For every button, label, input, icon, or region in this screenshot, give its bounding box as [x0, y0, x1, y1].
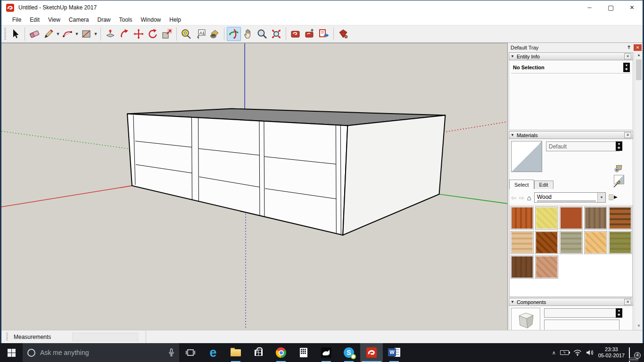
pin-icon[interactable]: 🕇	[626, 44, 632, 50]
material-swatch-5[interactable]	[609, 206, 632, 230]
details-toggle-icon[interactable]: ▼✚	[616, 308, 622, 318]
menu-tools[interactable]: Tools	[115, 16, 137, 24]
tool-line[interactable]	[41, 27, 56, 41]
scroll-up-icon[interactable]: ▲	[635, 53, 643, 57]
action-center-button[interactable]: 4	[629, 349, 638, 357]
taskbar-app-word[interactable]: W	[383, 343, 405, 362]
tool-follow-me[interactable]	[117, 27, 132, 41]
taskbar-app-skype[interactable]: S	[338, 343, 360, 362]
tab-select[interactable]: Select	[509, 180, 534, 189]
tool-share-model[interactable]	[303, 27, 317, 41]
material-swatch-9[interactable]	[584, 231, 607, 254]
tool-zoom[interactable]	[255, 27, 269, 41]
wifi-icon[interactable]	[573, 349, 582, 356]
tool-arc[interactable]	[60, 27, 74, 41]
taskbar-app-file-explorer[interactable]	[224, 343, 247, 362]
component-description-field[interactable]	[544, 320, 619, 330]
taskbar-app-rhino[interactable]	[315, 343, 338, 362]
material-swatch-3[interactable]	[560, 206, 583, 230]
line-dropdown-arrow[interactable]: ▼	[56, 32, 60, 36]
materials-header[interactable]: ▼ Materials ✕	[509, 131, 633, 139]
menu-edit[interactable]: Edit	[25, 16, 44, 24]
toolbar-grip[interactable]	[4, 28, 6, 40]
scroll-down-icon[interactable]: ▾	[635, 323, 643, 328]
menu-draw[interactable]: Draw	[93, 16, 115, 24]
menu-camera[interactable]: Camera	[65, 16, 93, 24]
taskbar-clock[interactable]: 23:33 05-02-2017	[598, 346, 625, 359]
tool-rotate[interactable]	[146, 27, 160, 41]
tool-rectangle[interactable]	[79, 27, 93, 41]
tool-extension-warehouse[interactable]	[336, 27, 350, 41]
details-toggle-icon[interactable]: ▼✚	[623, 63, 630, 72]
tool-select[interactable]	[8, 27, 22, 41]
component-name-field[interactable]	[544, 308, 619, 318]
material-name-field[interactable]	[546, 141, 619, 151]
scrollbar-thumb[interactable]	[636, 59, 642, 80]
tool-push-pull[interactable]	[103, 27, 117, 41]
cortana-search-box[interactable]: Ask me anything	[23, 343, 179, 362]
details-arrow-button[interactable]	[609, 193, 618, 202]
entity-info-header[interactable]: ▼ Entity Info ✕	[509, 52, 633, 60]
dropdown-arrow-icon[interactable]: ▼	[597, 193, 605, 202]
taskbar-app-calculator[interactable]	[292, 343, 315, 362]
tool-orbit[interactable]	[227, 27, 241, 41]
material-swatch-8[interactable]	[560, 231, 583, 254]
tool-scale[interactable]	[160, 27, 174, 41]
task-view-button[interactable]	[179, 343, 202, 362]
tool-eraser[interactable]	[27, 27, 41, 41]
tool-zoom-extents[interactable]	[269, 27, 283, 41]
taskbar-app-chrome[interactable]	[270, 343, 292, 362]
tool-3d-warehouse[interactable]	[289, 27, 303, 41]
volume-icon[interactable]	[586, 349, 594, 356]
material-swatch-6[interactable]	[511, 231, 534, 254]
back-arrow-icon[interactable]: ⇦	[511, 194, 516, 201]
battery-icon[interactable]: ϟ	[560, 350, 569, 355]
material-swatch-12[interactable]	[535, 255, 558, 279]
microphone-icon[interactable]	[168, 348, 174, 357]
collapse-icon[interactable]: ▼	[511, 133, 514, 137]
menu-window[interactable]: Window	[137, 16, 165, 24]
maximize-button[interactable]: ▢	[600, 0, 621, 15]
menu-file[interactable]: File	[8, 16, 25, 24]
tool-move[interactable]	[132, 27, 146, 41]
tool-paint-bucket[interactable]	[207, 27, 222, 41]
drawing-canvas[interactable]	[1, 43, 507, 330]
start-button[interactable]	[0, 343, 23, 362]
collapse-icon[interactable]: ▼	[511, 54, 514, 58]
home-icon[interactable]: ⌂	[527, 194, 531, 202]
measurements-value-box[interactable]	[72, 333, 138, 341]
create-material-button[interactable]	[614, 163, 624, 173]
tool-text[interactable]: A1	[193, 27, 207, 41]
material-swatch-1[interactable]	[511, 206, 534, 230]
tray-close-button[interactable]: ✕	[634, 44, 642, 51]
forward-arrow-icon[interactable]: ⇨	[519, 194, 524, 201]
components-header[interactable]: ▼ Components ✕	[509, 298, 633, 306]
cabinet-model[interactable]	[127, 109, 445, 235]
material-swatch-2[interactable]	[535, 206, 558, 230]
arc-dropdown-arrow[interactable]: ▼	[74, 32, 79, 36]
close-button[interactable]: ✕	[621, 0, 643, 15]
material-swatch-10[interactable]	[609, 231, 632, 254]
menu-help[interactable]: Help	[165, 16, 185, 24]
details-toggle-icon[interactable]: ▼✚	[616, 141, 622, 151]
title-bar[interactable]: Untitled - SketchUp Make 2017 ─ ▢ ✕	[1, 0, 643, 15]
material-swatch-7[interactable]	[535, 231, 558, 254]
collapse-icon[interactable]: ▼	[511, 300, 514, 304]
tool-pan[interactable]	[241, 27, 255, 41]
materials-close-button[interactable]: ✕	[624, 132, 631, 138]
collection-dropdown[interactable]: Wood ▼	[534, 192, 606, 203]
tool-tape-measure[interactable]	[179, 27, 193, 41]
rectangle-dropdown-arrow[interactable]: ▼	[93, 32, 98, 36]
taskbar-app-sketchup[interactable]	[360, 343, 383, 362]
components-close-button[interactable]: ✕	[624, 299, 631, 305]
show-hidden-icons-chevron[interactable]: ∧	[552, 350, 556, 356]
taskbar-app-store[interactable]	[247, 343, 270, 362]
statusbar-grip[interactable]	[6, 333, 8, 341]
tab-edit[interactable]: Edit	[534, 181, 553, 189]
minimize-button[interactable]: ─	[579, 0, 600, 15]
tray-scrollbar[interactable]: ▲ ▾	[635, 52, 643, 330]
tool-send-to-layout[interactable]	[317, 27, 331, 41]
material-swatch-4[interactable]	[584, 206, 607, 230]
menu-view[interactable]: View	[44, 16, 65, 24]
eyedropper-icon[interactable]	[613, 180, 621, 188]
